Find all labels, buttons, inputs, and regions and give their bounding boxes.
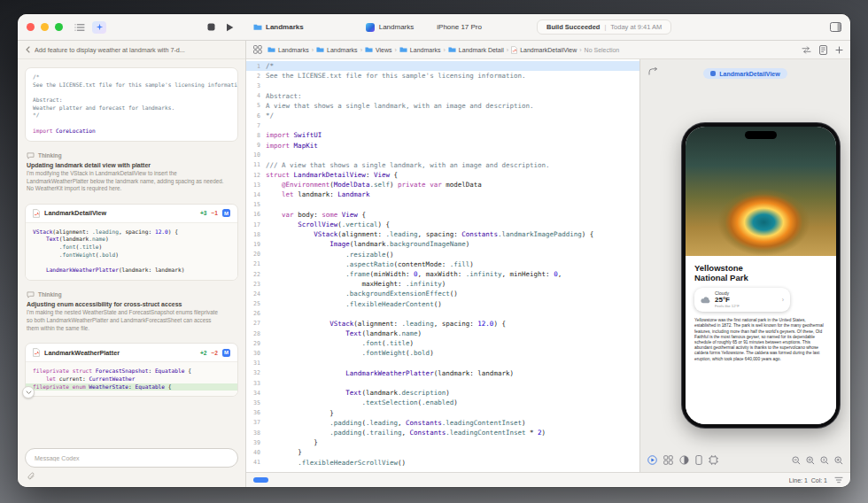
line-number[interactable]: 17 — [246, 221, 266, 228]
breadcrumb-item[interactable]: Landmark Detail — [448, 46, 504, 53]
swap-arrows-icon[interactable] — [802, 46, 811, 54]
code-line[interactable]: 36 } — [246, 408, 639, 418]
code-line[interactable] — [33, 120, 230, 128]
code-line[interactable]: 10 — [246, 151, 639, 160]
code-line[interactable]: 18 VStack(alignment: .leading, spacing: … — [246, 229, 639, 239]
breadcrumb-item[interactable]: No Selection — [585, 47, 620, 53]
line-number[interactable]: 26 — [246, 310, 266, 317]
code-line[interactable]: 27 VStack(alignment: .leading, spacing: … — [246, 319, 639, 329]
code-line[interactable]: 15 — [246, 200, 639, 210]
code-line[interactable]: 14 let landmark: Landmark — [246, 190, 639, 199]
code-line[interactable]: 13 @Environment(ModelData.self) private … — [246, 180, 639, 190]
code-line[interactable]: /* — [33, 74, 230, 81]
code-line[interactable]: let current: CurrentWeather — [33, 375, 230, 383]
line-number[interactable]: 31 — [246, 360, 266, 367]
code-line[interactable]: 28 Text(landmark.name) — [246, 329, 639, 338]
line-number[interactable]: 40 — [246, 449, 266, 456]
line-number[interactable]: 36 — [246, 409, 266, 416]
code-line[interactable]: import CoreLocation — [33, 128, 230, 135]
code-line[interactable]: 12struct LandmarkDetailView: View { — [246, 170, 639, 180]
line-number[interactable]: 7 — [246, 122, 266, 129]
code-line[interactable]: 33 — [246, 378, 639, 388]
line-number[interactable]: 41 — [246, 459, 266, 466]
line-number[interactable]: 21 — [246, 260, 266, 267]
code-line[interactable]: 38 .padding(.trailing, Constants.leading… — [246, 428, 639, 437]
line-number[interactable]: 29 — [246, 340, 266, 347]
code-line[interactable]: VStack(alignment: .leading, spacing: 12.… — [33, 228, 230, 236]
line-number[interactable]: 30 — [246, 350, 266, 357]
file-diff-code[interactable]: fileprivate struct ForecastSnapshot: Equ… — [26, 361, 237, 396]
line-number[interactable]: 16 — [246, 211, 266, 218]
code-line[interactable]: 37 .padding(.leading, Constants.leadingC… — [246, 418, 639, 428]
line-number[interactable]: 2 — [246, 73, 266, 80]
code-line[interactable]: 41 .flexibleHeaderScrollView() — [246, 458, 639, 468]
code-line[interactable]: 34 Text(landmark.description) — [246, 388, 639, 398]
code-line[interactable]: 26 — [246, 309, 639, 319]
line-number[interactable]: 27 — [246, 320, 266, 327]
code-line[interactable]: 5A view that shows a single landmark, wi… — [246, 101, 639, 111]
memory-chip-icon[interactable] — [709, 455, 718, 465]
code-line[interactable]: 11/// A view that shows a single landmar… — [246, 160, 639, 170]
close-button[interactable] — [27, 23, 35, 31]
line-number[interactable]: 14 — [246, 191, 266, 198]
code-line[interactable]: Text(landmark.name) — [33, 236, 230, 244]
add-editor-plus-icon[interactable] — [835, 46, 843, 54]
line-number[interactable]: 39 — [246, 439, 266, 446]
activity-status[interactable]: Build Succeeded | Today at 9:41 AM — [537, 19, 671, 35]
breadcrumb-item[interactable]: Views — [365, 46, 392, 53]
line-number[interactable]: 33 — [246, 380, 266, 387]
line-number[interactable]: 22 — [246, 271, 266, 278]
code-line[interactable]: 31 — [246, 359, 639, 368]
code-line[interactable] — [33, 259, 230, 267]
code-line[interactable]: 23 maxHeight: .infinity) — [246, 279, 639, 289]
code-line[interactable]: 21 .aspectRatio(contentMode: .fill) — [246, 259, 639, 269]
zoom-in-icon[interactable] — [834, 456, 843, 465]
code-line[interactable]: 29 .font(.title) — [246, 338, 639, 348]
code-line[interactable]: 9import MapKit — [246, 141, 639, 151]
code-line[interactable]: .font(.title) — [33, 244, 230, 252]
source-editor[interactable]: 1/*2See the LICENSE.txt file for this sa… — [246, 59, 639, 472]
file-change-card[interactable]: LandmarkWeatherPlatter +2 −2 M filepriva… — [25, 343, 238, 397]
line-number[interactable]: 24 — [246, 290, 266, 298]
code-line[interactable]: 22 .frame(minWidth: 0, maxWidth: .infini… — [246, 269, 639, 279]
zoom-fit-icon[interactable] — [806, 456, 815, 465]
run-destination[interactable]: iPhone 17 Pro — [437, 23, 482, 31]
line-number[interactable]: 23 — [246, 281, 266, 288]
code-line[interactable]: 39 } — [246, 437, 639, 447]
code-line[interactable]: 8import SwiftUI — [246, 130, 639, 140]
line-number[interactable]: 35 — [246, 399, 266, 406]
code-line[interactable]: */ — [33, 112, 230, 120]
code-line[interactable]: 7 — [246, 120, 639, 130]
code-line[interactable]: Weather platter and forecast for landmar… — [33, 104, 230, 112]
live-preview-play-icon[interactable] — [647, 455, 657, 465]
chevron-left-icon[interactable] — [26, 46, 30, 53]
filter-icon[interactable] — [834, 476, 843, 484]
line-number[interactable]: 34 — [246, 390, 266, 397]
code-line[interactable]: 4Abstract: — [246, 91, 639, 101]
code-line[interactable]: 16 var body: some View { — [246, 210, 639, 220]
scheme-selector[interactable]: Landmarks — [366, 23, 415, 32]
minimize-button[interactable] — [41, 23, 49, 31]
paperclip-icon[interactable] — [27, 472, 35, 481]
code-line[interactable]: 17 ScrollView(.vertical) { — [246, 220, 639, 229]
code-line[interactable]: 19 Image(landmark.backgroundImageName) — [246, 239, 639, 249]
code-line[interactable]: 3 — [246, 81, 639, 90]
line-number[interactable]: 20 — [246, 251, 266, 258]
breadcrumb-item[interactable]: Landmarks — [399, 46, 441, 53]
line-number[interactable]: 11 — [246, 161, 266, 168]
assistant-message-input[interactable] — [25, 448, 238, 468]
code-line[interactable]: See the LICENSE.txt file for this sample… — [33, 81, 230, 89]
code-line[interactable]: 24 .backgroundExtensionEffect() — [246, 289, 639, 298]
code-line[interactable]: .fontWeight(.bold) — [33, 252, 230, 259]
breadcrumb-item[interactable]: Landmarks — [267, 46, 309, 53]
line-number[interactable]: 28 — [246, 330, 266, 337]
code-line[interactable]: 25 .flexibleHeaderContent() — [246, 299, 639, 309]
file-change-card[interactable]: LandmarkDetailView +3 −1 M VStack(alignm… — [25, 204, 238, 281]
line-number[interactable]: 37 — [246, 419, 266, 426]
variants-grid-icon[interactable] — [663, 455, 673, 465]
line-number[interactable]: 13 — [246, 182, 266, 189]
breadcrumb-item[interactable]: Landmarks — [316, 46, 358, 53]
code-line[interactable]: 20 .resizable() — [246, 250, 639, 259]
device-settings-icon[interactable] — [695, 455, 702, 465]
ai-compose-icon[interactable] — [92, 21, 106, 34]
